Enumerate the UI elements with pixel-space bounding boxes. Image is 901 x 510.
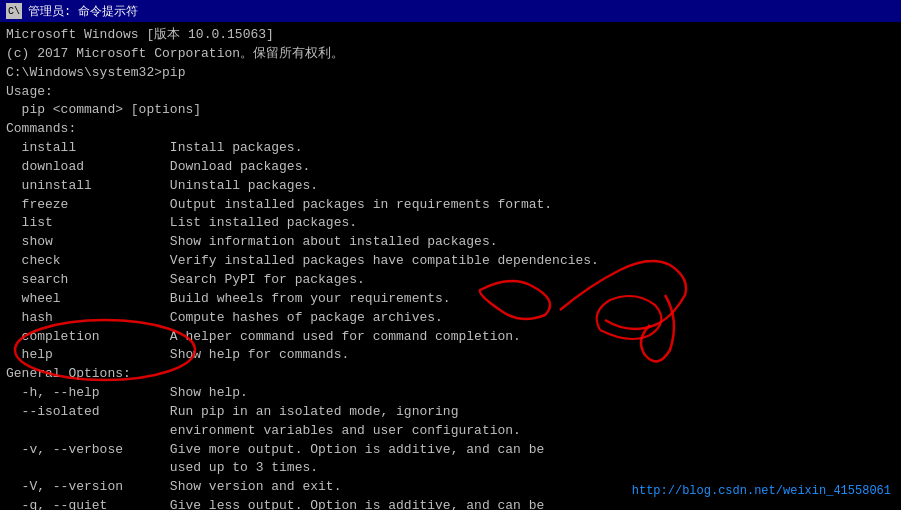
terminal-output: Microsoft Windows [版本 10.0.15063](c) 201… [6,26,895,510]
terminal-line: C:\Windows\system32>pip [6,64,895,83]
title-bar: C\ 管理员: 命令提示符 [0,0,901,22]
terminal-line: -v, --verbose Give more output. Option i… [6,441,895,460]
terminal-body: Microsoft Windows [版本 10.0.15063](c) 201… [0,22,901,510]
terminal-line: download Download packages. [6,158,895,177]
terminal-line: install Install packages. [6,139,895,158]
terminal-line: Commands: [6,120,895,139]
terminal-line: freeze Output installed packages in requ… [6,196,895,215]
terminal-line: uninstall Uninstall packages. [6,177,895,196]
terminal-line: wheel Build wheels from your requirement… [6,290,895,309]
terminal-line: --isolated Run pip in an isolated mode, … [6,403,895,422]
terminal-icon: C\ [6,3,22,19]
terminal-line: search Search PyPI for packages. [6,271,895,290]
terminal-line: completion A helper command used for com… [6,328,895,347]
terminal-line: hash Compute hashes of package archives. [6,309,895,328]
terminal-line: used up to 3 times. [6,459,895,478]
terminal-line: pip <command> [options] [6,101,895,120]
terminal-line: Usage: [6,83,895,102]
terminal-line: list List installed packages. [6,214,895,233]
terminal-line: (c) 2017 Microsoft Corporation。保留所有权利。 [6,45,895,64]
terminal-line: environment variables and user configura… [6,422,895,441]
terminal-line: -q, --quiet Give less output. Option is … [6,497,895,510]
terminal-line: help Show help for commands. [6,346,895,365]
terminal-line: General Options: [6,365,895,384]
terminal-line: -h, --help Show help. [6,384,895,403]
terminal-line: Microsoft Windows [版本 10.0.15063] [6,26,895,45]
terminal-line: check Verify installed packages have com… [6,252,895,271]
title-text: 管理员: 命令提示符 [28,3,138,20]
terminal-line: show Show information about installed pa… [6,233,895,252]
watermark: http://blog.csdn.net/weixin_41558061 [632,484,891,498]
